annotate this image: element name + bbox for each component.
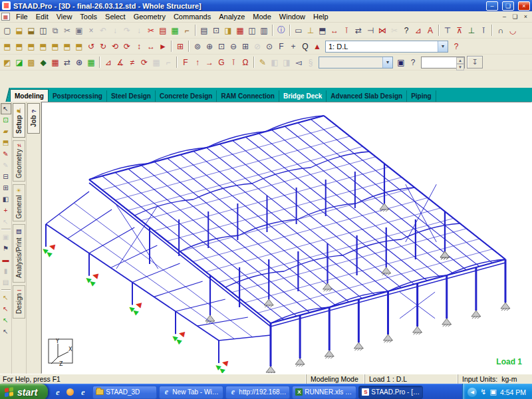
print-preview-button[interactable]: ⊡ <box>210 24 222 37</box>
page-tab-setup[interactable]: Setup⚑ <box>13 103 25 138</box>
steps-input[interactable]: ▲▼ <box>421 57 465 68</box>
zoom-all-button[interactable]: ⊞ <box>239 40 251 53</box>
display-tray-icon[interactable]: ▣ <box>489 388 496 396</box>
mdi-close-button[interactable]: × <box>521 13 531 21</box>
model-viewport[interactable]: ▶▶▶▶▶▶▶▶▶▶▶▶▶▶▶YXZ Load 1 <box>41 102 532 374</box>
mdi-restore-button[interactable]: ❏ <box>510 13 520 21</box>
node-tool-button[interactable]: ▭ <box>293 24 305 37</box>
paste-button[interactable]: ▣ <box>73 24 85 37</box>
zoom-out-button[interactable]: ⊖ <box>227 40 239 53</box>
menu-file[interactable]: File <box>12 12 32 21</box>
break-member-button[interactable]: ⋈ <box>376 24 388 37</box>
cursor-misc-button[interactable]: ↖ <box>1 326 11 337</box>
view-isometric-button[interactable]: ⬒ <box>1 40 13 53</box>
steps-input-steppers[interactable]: ▲▼ <box>456 57 464 68</box>
triangulate-button[interactable]: ⊿ <box>412 24 424 37</box>
display-loads-button[interactable]: ≠ <box>126 56 138 68</box>
tab-advanced-slab-design[interactable]: Advanced Slab Design <box>327 90 407 102</box>
insert-solid-button[interactable]: ◆ <box>37 56 49 68</box>
protractor-button[interactable]: ∡ <box>114 56 126 68</box>
view-persp-1-button[interactable]: ⬒ <box>49 40 61 53</box>
load-case-select[interactable]: 1: D.L▾ <box>325 41 448 53</box>
taskbar-button-runner-xls-co[interactable]: XRUNNER.xls [Co... <box>292 386 356 399</box>
video-button[interactable]: ▦ <box>234 24 246 37</box>
renumber-button[interactable]: ⇄ <box>352 24 364 37</box>
dimension-beams-button[interactable]: ⊿ <box>102 56 114 68</box>
quicklaunch-ie[interactable]: e <box>53 387 63 397</box>
arch-tool-button[interactable]: ∩ <box>495 24 507 37</box>
tab-bridge-deck[interactable]: Bridge Deck <box>279 90 327 102</box>
perspective-button[interactable]: ▲ <box>311 40 323 53</box>
quicklaunch-browser[interactable]: e <box>78 387 88 397</box>
tab-steel-design[interactable]: Steel Design <box>107 90 156 102</box>
minimize-button[interactable]: – <box>486 1 498 11</box>
add-beam-button[interactable]: + <box>1 205 11 216</box>
save-button[interactable]: ◫ <box>37 24 49 37</box>
spin-down-icon[interactable]: ▼ <box>456 64 464 70</box>
snap-node-beam-button[interactable]: ◩ <box>1 56 13 68</box>
help-topic-button[interactable]: ? <box>407 56 419 68</box>
view-persp-3-button[interactable]: ⬒ <box>73 40 85 53</box>
start-button[interactable]: start <box>0 384 48 399</box>
view-front-button[interactable]: ⬒ <box>25 40 37 53</box>
labels-button[interactable]: ⊞ <box>174 40 186 53</box>
assign-apply-button[interactable]: ↧ <box>467 56 483 68</box>
mdi-minimize-button[interactable]: – <box>499 13 509 21</box>
cursor-support-button[interactable]: ↖ <box>1 303 11 315</box>
taskbar-button-http-192-168-1[interactable]: ehttp://192.168.1.... <box>225 386 290 399</box>
help-button[interactable]: ? <box>450 40 462 53</box>
calculator-button[interactable]: ▦ <box>85 56 97 68</box>
view-plan-button[interactable]: ⬒ <box>13 40 25 53</box>
cut-model-button[interactable]: ✂ <box>145 24 157 37</box>
taskbar-button-staad-3d[interactable]: STAAD_3D <box>92 386 157 399</box>
report-setup-button[interactable]: ▤ <box>157 24 169 37</box>
plates-cursor-button[interactable]: ◧ <box>1 194 11 205</box>
print-report-button[interactable]: ▥ <box>258 24 270 37</box>
beams-parallel-button[interactable]: ⊟ <box>1 171 11 182</box>
zoom-in-button[interactable]: ⊕ <box>203 40 215 53</box>
load-diagram-button[interactable]: ◡ <box>507 24 519 37</box>
stretch-member-button[interactable]: ↔ <box>329 24 340 37</box>
open-file-button[interactable]: ⬓ <box>13 24 25 37</box>
rotate-up-button[interactable]: ↺ <box>85 40 97 53</box>
cursor-load-button[interactable]: ↖ <box>1 292 11 303</box>
page-tab-general[interactable]: General☀ <box>13 184 25 221</box>
print-button[interactable]: ▤ <box>198 24 210 37</box>
move-entities-button[interactable]: ⇄ <box>61 56 73 68</box>
support-pinned-button[interactable]: ⊤ <box>442 24 454 37</box>
taskbar-button-staad-pro-3d[interactable]: SSTAAD.Pro - [3D -... <box>358 386 423 399</box>
select-plates-button[interactable]: ▰ <box>1 126 11 137</box>
tools-button[interactable]: ⌐ <box>181 24 193 37</box>
page-tab-design[interactable]: DesignI <box>13 285 25 319</box>
load-fh-button[interactable]: ⊺ <box>227 56 239 68</box>
rotate-left-button[interactable]: ⟲ <box>109 40 121 53</box>
tab-modeling[interactable]: Modeling <box>10 89 49 102</box>
spin-vertical-button[interactable]: ↕ <box>133 40 145 53</box>
function-view-button[interactable]: F <box>275 40 287 53</box>
insert-node-button[interactable]: ⊺ <box>340 24 352 37</box>
delete-button[interactable]: × <box>85 24 97 37</box>
menu-select[interactable]: Select <box>101 12 130 21</box>
close-button[interactable]: × <box>518 1 530 11</box>
tab-concrete-design[interactable]: Concrete Design <box>156 90 217 102</box>
spin-horizontal-button[interactable]: ↔ <box>145 40 157 53</box>
monitor-button[interactable]: ▣ <box>395 56 407 68</box>
zoom-window-button[interactable]: ⊡ <box>215 40 227 53</box>
view-side-button[interactable]: ⬒ <box>37 40 49 53</box>
flag-button[interactable]: ⚑ <box>1 243 11 254</box>
select-solids-button[interactable]: ⬒ <box>1 137 11 148</box>
menu-tools[interactable]: Tools <box>76 12 101 21</box>
page-tab-geometry[interactable]: Geometry≠ <box>13 140 25 182</box>
load-nodal-button[interactable]: ↑ <box>192 56 203 68</box>
info-button[interactable]: ⓘ <box>275 24 287 37</box>
tab-ram-connection[interactable]: RAM Connection <box>217 90 279 102</box>
select-nodes-button[interactable]: ⊡ <box>1 114 11 126</box>
page-tab-analysis-print[interactable]: Analysis/Print▤ <box>13 224 25 283</box>
rotate-right-button[interactable]: ⟳ <box>121 40 133 53</box>
view-persp-2-button[interactable]: ⬒ <box>61 40 73 53</box>
snap-node-plate-button[interactable]: ◪ <box>13 56 25 68</box>
menu-analyze[interactable]: Analyze <box>215 12 249 21</box>
quick-query-button[interactable]: Q <box>299 40 311 53</box>
zoom-extents-button[interactable]: ⊙ <box>263 40 275 53</box>
menu-mode[interactable]: Mode <box>249 12 275 21</box>
